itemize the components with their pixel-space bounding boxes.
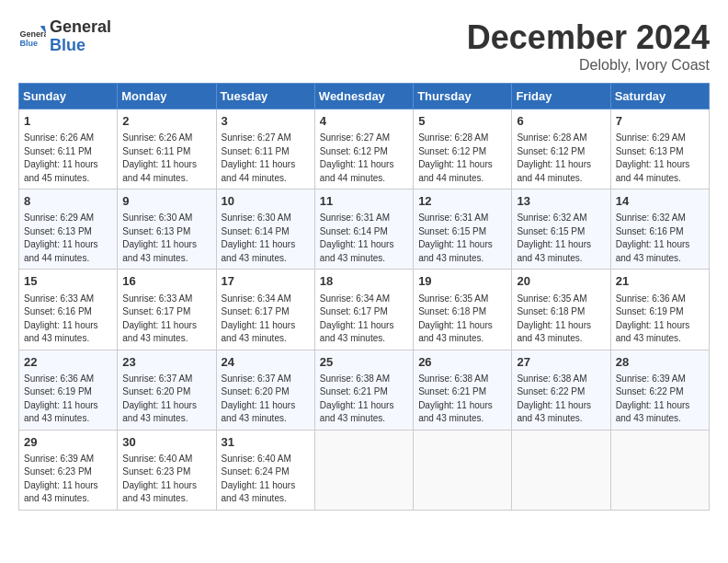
day-info: Sunrise: 6:26 AM Sunset: 6:11 PM Dayligh… — [122, 132, 210, 185]
calendar-cell: 17Sunrise: 6:34 AM Sunset: 6:17 PM Dayli… — [216, 270, 314, 350]
day-number: 30 — [122, 434, 210, 451]
day-number: 16 — [122, 273, 210, 290]
day-info: Sunrise: 6:30 AM Sunset: 6:13 PM Dayligh… — [122, 212, 210, 265]
calendar-cell: 25Sunrise: 6:38 AM Sunset: 6:21 PM Dayli… — [314, 350, 413, 430]
day-number: 19 — [418, 273, 506, 290]
day-number: 6 — [517, 113, 605, 130]
day-number: 2 — [122, 113, 210, 130]
weekday-header-saturday: Saturday — [610, 84, 709, 109]
day-info: Sunrise: 6:28 AM Sunset: 6:12 PM Dayligh… — [517, 132, 605, 185]
week-row-2: 8Sunrise: 6:29 AM Sunset: 6:13 PM Daylig… — [19, 190, 710, 270]
calendar-cell: 3Sunrise: 6:27 AM Sunset: 6:11 PM Daylig… — [216, 109, 314, 190]
day-number: 24 — [222, 354, 310, 371]
day-info: Sunrise: 6:40 AM Sunset: 6:23 PM Dayligh… — [122, 453, 210, 506]
location-title: Delobly, Ivory Coast — [467, 57, 710, 74]
calendar-cell: 18Sunrise: 6:34 AM Sunset: 6:17 PM Dayli… — [314, 270, 413, 350]
day-number: 29 — [24, 434, 112, 451]
calendar-cell: 11Sunrise: 6:31 AM Sunset: 6:14 PM Dayli… — [314, 190, 413, 270]
calendar-cell: 15Sunrise: 6:33 AM Sunset: 6:16 PM Dayli… — [19, 270, 118, 350]
day-number: 7 — [616, 113, 704, 130]
day-number: 17 — [222, 273, 310, 290]
day-number: 13 — [517, 193, 605, 210]
logo-text: General Blue — [50, 18, 111, 55]
week-row-4: 22Sunrise: 6:36 AM Sunset: 6:19 PM Dayli… — [19, 350, 710, 430]
weekday-header-monday: Monday — [118, 84, 216, 109]
day-info: Sunrise: 6:36 AM Sunset: 6:19 PM Dayligh… — [616, 293, 704, 346]
calendar-cell: 13Sunrise: 6:32 AM Sunset: 6:15 PM Dayli… — [512, 190, 610, 270]
day-info: Sunrise: 6:31 AM Sunset: 6:15 PM Dayligh… — [418, 212, 506, 265]
calendar-cell: 21Sunrise: 6:36 AM Sunset: 6:19 PM Dayli… — [610, 270, 709, 350]
weekday-header-row: SundayMondayTuesdayWednesdayThursdayFrid… — [19, 84, 710, 109]
header: General Blue General Blue December 2024 … — [18, 18, 710, 74]
calendar-cell: 26Sunrise: 6:38 AM Sunset: 6:21 PM Dayli… — [414, 350, 512, 430]
calendar-cell: 31Sunrise: 6:40 AM Sunset: 6:24 PM Dayli… — [216, 430, 314, 510]
logo: General Blue General Blue — [18, 18, 111, 55]
calendar-cell: 27Sunrise: 6:38 AM Sunset: 6:22 PM Dayli… — [512, 350, 610, 430]
day-info: Sunrise: 6:31 AM Sunset: 6:14 PM Dayligh… — [320, 212, 408, 265]
day-info: Sunrise: 6:29 AM Sunset: 6:13 PM Dayligh… — [616, 132, 704, 185]
svg-text:Blue: Blue — [20, 39, 39, 48]
day-info: Sunrise: 6:27 AM Sunset: 6:11 PM Dayligh… — [222, 132, 310, 185]
day-info: Sunrise: 6:39 AM Sunset: 6:23 PM Dayligh… — [24, 453, 112, 506]
day-info: Sunrise: 6:34 AM Sunset: 6:17 PM Dayligh… — [222, 293, 310, 346]
calendar-cell: 5Sunrise: 6:28 AM Sunset: 6:12 PM Daylig… — [414, 109, 512, 190]
calendar-cell — [414, 430, 512, 510]
day-info: Sunrise: 6:38 AM Sunset: 6:22 PM Dayligh… — [517, 373, 605, 426]
day-info: Sunrise: 6:33 AM Sunset: 6:16 PM Dayligh… — [24, 293, 112, 346]
day-info: Sunrise: 6:29 AM Sunset: 6:13 PM Dayligh… — [24, 212, 112, 265]
calendar-cell: 23Sunrise: 6:37 AM Sunset: 6:20 PM Dayli… — [118, 350, 216, 430]
logo-icon: General Blue — [18, 23, 46, 51]
day-info: Sunrise: 6:37 AM Sunset: 6:20 PM Dayligh… — [222, 373, 310, 426]
day-number: 23 — [122, 354, 210, 371]
day-number: 20 — [517, 273, 605, 290]
calendar-cell: 1Sunrise: 6:26 AM Sunset: 6:11 PM Daylig… — [19, 109, 118, 190]
month-title: December 2024 — [467, 18, 710, 57]
day-number: 25 — [320, 354, 408, 371]
day-number: 9 — [122, 193, 210, 210]
day-info: Sunrise: 6:38 AM Sunset: 6:21 PM Dayligh… — [418, 373, 506, 426]
day-info: Sunrise: 6:27 AM Sunset: 6:12 PM Dayligh… — [320, 132, 408, 185]
day-info: Sunrise: 6:38 AM Sunset: 6:21 PM Dayligh… — [320, 373, 408, 426]
day-number: 11 — [320, 193, 408, 210]
day-number: 31 — [222, 434, 310, 451]
week-row-5: 29Sunrise: 6:39 AM Sunset: 6:23 PM Dayli… — [19, 430, 710, 510]
day-number: 26 — [418, 354, 506, 371]
day-number: 10 — [222, 193, 310, 210]
calendar-cell: 16Sunrise: 6:33 AM Sunset: 6:17 PM Dayli… — [118, 270, 216, 350]
calendar-cell: 10Sunrise: 6:30 AM Sunset: 6:14 PM Dayli… — [216, 190, 314, 270]
day-info: Sunrise: 6:30 AM Sunset: 6:14 PM Dayligh… — [222, 212, 310, 265]
calendar-cell: 29Sunrise: 6:39 AM Sunset: 6:23 PM Dayli… — [19, 430, 118, 510]
calendar-table: SundayMondayTuesdayWednesdayThursdayFrid… — [18, 83, 710, 511]
day-number: 21 — [616, 273, 704, 290]
day-number: 27 — [517, 354, 605, 371]
day-number: 12 — [418, 193, 506, 210]
day-number: 15 — [24, 273, 112, 290]
day-number: 14 — [616, 193, 704, 210]
day-number: 4 — [320, 113, 408, 130]
day-number: 28 — [616, 354, 704, 371]
weekday-header-wednesday: Wednesday — [314, 84, 413, 109]
svg-text:General: General — [20, 29, 47, 39]
day-info: Sunrise: 6:35 AM Sunset: 6:18 PM Dayligh… — [418, 293, 506, 346]
day-info: Sunrise: 6:37 AM Sunset: 6:20 PM Dayligh… — [122, 373, 210, 426]
day-info: Sunrise: 6:36 AM Sunset: 6:19 PM Dayligh… — [24, 373, 112, 426]
calendar-cell: 14Sunrise: 6:32 AM Sunset: 6:16 PM Dayli… — [610, 190, 709, 270]
calendar-cell: 28Sunrise: 6:39 AM Sunset: 6:22 PM Dayli… — [610, 350, 709, 430]
day-info: Sunrise: 6:39 AM Sunset: 6:22 PM Dayligh… — [616, 373, 704, 426]
day-info: Sunrise: 6:40 AM Sunset: 6:24 PM Dayligh… — [222, 453, 310, 506]
week-row-1: 1Sunrise: 6:26 AM Sunset: 6:11 PM Daylig… — [19, 109, 710, 190]
calendar-cell: 9Sunrise: 6:30 AM Sunset: 6:13 PM Daylig… — [118, 190, 216, 270]
weekday-header-friday: Friday — [512, 84, 610, 109]
day-info: Sunrise: 6:32 AM Sunset: 6:15 PM Dayligh… — [517, 212, 605, 265]
calendar-cell: 2Sunrise: 6:26 AM Sunset: 6:11 PM Daylig… — [118, 109, 216, 190]
calendar-cell: 19Sunrise: 6:35 AM Sunset: 6:18 PM Dayli… — [414, 270, 512, 350]
day-number: 8 — [24, 193, 112, 210]
calendar-cell: 8Sunrise: 6:29 AM Sunset: 6:13 PM Daylig… — [19, 190, 118, 270]
calendar-cell: 20Sunrise: 6:35 AM Sunset: 6:18 PM Dayli… — [512, 270, 610, 350]
day-number: 3 — [222, 113, 310, 130]
calendar-cell: 7Sunrise: 6:29 AM Sunset: 6:13 PM Daylig… — [610, 109, 709, 190]
calendar-cell: 4Sunrise: 6:27 AM Sunset: 6:12 PM Daylig… — [314, 109, 413, 190]
day-info: Sunrise: 6:33 AM Sunset: 6:17 PM Dayligh… — [122, 293, 210, 346]
day-number: 5 — [418, 113, 506, 130]
day-number: 18 — [320, 273, 408, 290]
